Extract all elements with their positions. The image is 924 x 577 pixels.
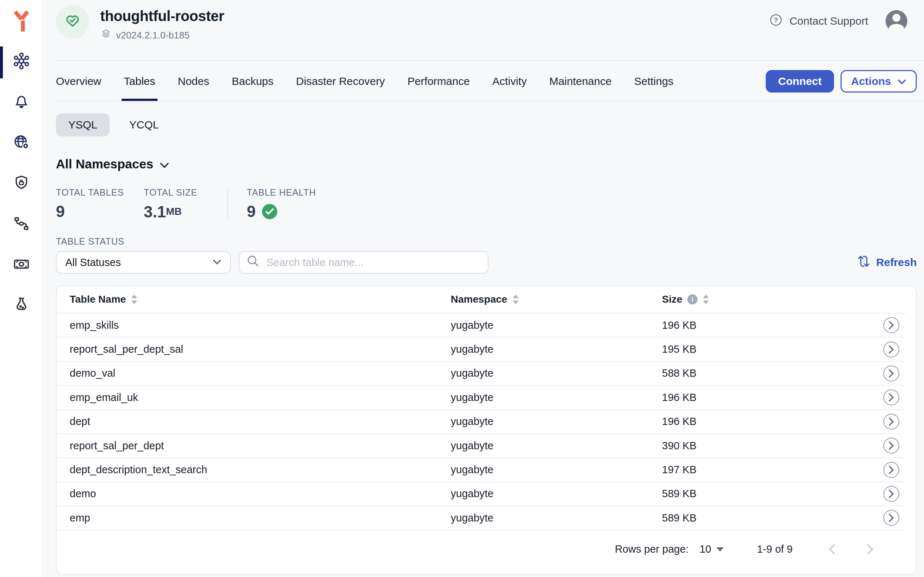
cluster-hub-icon — [12, 52, 31, 73]
yugabyte-logo-icon[interactable] — [12, 10, 31, 35]
table-row[interactable]: demo_val yugabyte 588 KB — [56, 362, 906, 386]
sort-icon[interactable] — [703, 295, 709, 304]
sort-icon[interactable] — [513, 295, 519, 304]
table-row[interactable]: emp_email_uk yugabyte 196 KB — [56, 386, 906, 410]
sidebar-item-cloud-config[interactable] — [0, 128, 43, 160]
tab-overview[interactable]: Overview — [56, 61, 101, 102]
tab-activity[interactable]: Activity — [492, 61, 527, 102]
namespace-filter[interactable]: All Namespaces — [56, 157, 169, 171]
bell-icon — [12, 92, 31, 114]
chevron-down-icon — [898, 75, 906, 87]
cluster-name: thoughtful-rooster — [100, 7, 224, 25]
cluster-header: thoughtful-rooster v2024.2.1.0-b185 — [44, 0, 924, 61]
column-header-size[interactable]: Size i — [662, 293, 856, 305]
table-row[interactable]: report_sal_per_dept_sal yugabyte 195 KB — [56, 337, 906, 361]
filter-row: All Statuses — [56, 251, 917, 274]
pipeline-icon — [12, 214, 31, 235]
cluster-titles: thoughtful-rooster v2024.2.1.0-b185 — [100, 5, 224, 42]
search-icon — [247, 255, 259, 270]
sort-icon[interactable] — [131, 295, 137, 304]
previous-page-button[interactable] — [824, 540, 839, 559]
table-status-label: TABLE STATUS — [56, 236, 917, 247]
chevron-down-icon — [160, 157, 169, 171]
column-header-namespace[interactable]: Namespace — [451, 293, 662, 305]
stat-total-tables: TOTAL TABLES 9 — [56, 187, 144, 221]
caret-down-icon — [716, 547, 724, 551]
sidebar-nav — [0, 47, 43, 331]
sidebar-item-integrations[interactable] — [0, 209, 43, 241]
stat-total-size: TOTAL SIZE 3.1MB — [144, 187, 227, 221]
row-details-button[interactable] — [883, 366, 899, 381]
table-row[interactable]: emp yugabyte 589 KB — [56, 506, 906, 530]
flask-icon — [12, 296, 31, 317]
tab-backups[interactable]: Backups — [232, 61, 273, 102]
user-avatar[interactable] — [885, 10, 907, 32]
row-details-button[interactable] — [883, 510, 899, 526]
table-row[interactable]: demo yugabyte 589 KB — [56, 482, 906, 506]
banknote-icon — [12, 255, 31, 276]
shield-lock-icon — [12, 174, 31, 195]
connect-button[interactable]: Connect — [766, 70, 834, 92]
cluster-health-badge — [56, 5, 89, 39]
table-body: emp_skills yugabyte 196 KB report_sal_pe… — [56, 314, 906, 530]
sidebar-item-billing[interactable] — [0, 250, 43, 282]
tab-performance[interactable]: Performance — [408, 61, 470, 102]
actions-button[interactable]: Actions — [840, 70, 917, 92]
question-circle-icon: ? — [768, 12, 784, 30]
row-details-button[interactable] — [883, 462, 899, 478]
table-row[interactable]: report_sal_per_dept yugabyte 390 KB — [56, 434, 906, 458]
table-row[interactable]: dept yugabyte 196 KB — [56, 410, 906, 434]
sidebar-item-alerts[interactable] — [0, 87, 43, 119]
tab-actions: Connect Actions — [766, 70, 917, 92]
tab-nodes[interactable]: Nodes — [178, 61, 210, 102]
sidebar-item-security[interactable] — [0, 168, 43, 200]
tab-tables[interactable]: Tables — [124, 61, 155, 102]
heart-check-icon — [63, 11, 82, 33]
namespace-filter-label: All Namespaces — [56, 157, 153, 171]
tab-settings[interactable]: Settings — [634, 61, 673, 102]
row-details-button[interactable] — [883, 438, 899, 454]
refresh-button[interactable]: Refresh — [857, 255, 917, 270]
row-details-button[interactable] — [883, 342, 899, 358]
sidebar-item-labs[interactable] — [0, 290, 43, 322]
main-panel: thoughtful-rooster v2024.2.1.0-b185 — [44, 0, 924, 577]
search-box — [239, 251, 489, 274]
tab-disaster-recovery[interactable]: Disaster Recovery — [296, 61, 385, 102]
svg-text:?: ? — [774, 16, 778, 24]
column-header-table-name[interactable]: Table Name — [56, 293, 451, 305]
tables-content: YSQL YCQL All Namespaces TOTAL TABLES 9 … — [44, 102, 924, 577]
pagination-range: 1-9 of 9 — [757, 543, 793, 555]
row-details-button[interactable] — [883, 414, 899, 430]
row-details-button[interactable] — [883, 389, 899, 405]
info-icon[interactable]: i — [687, 294, 698, 305]
stat-table-health: TABLE HEALTH 9 — [228, 187, 316, 221]
api-toggle-ysql[interactable]: YSQL — [56, 113, 110, 137]
cluster-version: v2024.2.1.0-b185 — [100, 28, 224, 42]
table-status-select[interactable]: All Statuses — [56, 251, 231, 274]
avatar-person-icon — [892, 14, 900, 22]
layers-icon — [100, 28, 112, 42]
sidebar-item-clusters[interactable] — [0, 47, 43, 78]
tables-card: Table Name Namespace Size i — [56, 285, 917, 575]
table-stats: TOTAL TABLES 9 TOTAL SIZE 3.1MB TABLE HE… — [56, 187, 917, 221]
topbar-right: ? Contact Support — [768, 5, 907, 32]
pagination: Rows per page: 10 1-9 of 9 — [56, 530, 916, 574]
cluster-tabs: OverviewTablesNodesBackupsDisaster Recov… — [56, 61, 674, 102]
rows-per-page-select[interactable]: 10 — [699, 543, 723, 555]
tab-maintenance[interactable]: Maintenance — [549, 61, 611, 102]
next-page-button[interactable] — [863, 540, 877, 559]
table-row[interactable]: dept_description_text_search yugabyte 19… — [56, 458, 906, 482]
contact-support-label: Contact Support — [789, 15, 868, 27]
search-input[interactable] — [265, 256, 481, 269]
row-details-button[interactable] — [883, 486, 899, 502]
contact-support-link[interactable]: ? Contact Support — [768, 12, 868, 30]
table-header-row: Table Name Namespace Size i — [56, 286, 906, 314]
api-toggle-ycql[interactable]: YCQL — [117, 113, 171, 137]
health-check-icon — [262, 204, 277, 219]
app-root: thoughtful-rooster v2024.2.1.0-b185 — [0, 0, 924, 577]
row-details-button[interactable] — [883, 317, 899, 333]
table-row[interactable]: emp_skills yugabyte 196 KB — [56, 314, 906, 337]
chevron-down-icon — [213, 259, 221, 265]
refresh-icon — [857, 255, 870, 270]
sidebar — [0, 0, 44, 577]
